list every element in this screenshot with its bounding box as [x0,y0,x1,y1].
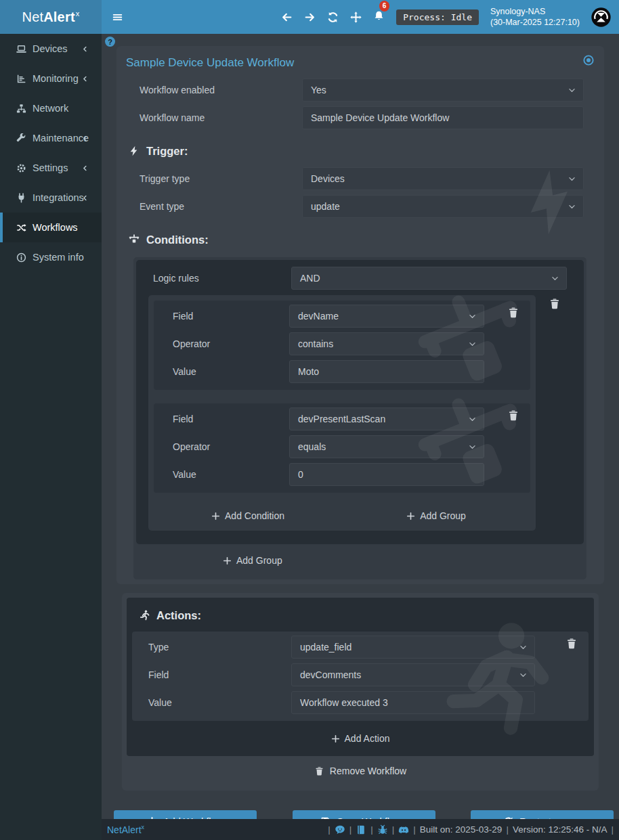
trash-icon [314,766,324,776]
condition-operator-row: Operator equals [161,435,525,458]
notification-count-badge: 6 [379,1,390,12]
sidebar-item-workflows[interactable]: Workflows [0,213,102,242]
gear-icon [16,163,26,173]
outer-add-group-button[interactable]: Add Group [223,555,282,566]
move-arrows-icon[interactable] [350,12,362,23]
action-field-select[interactable]: devComments [291,663,535,686]
chevron-down-icon [468,312,477,321]
event-type-select[interactable]: update [302,195,584,218]
sidebar-item-devices[interactable]: Devices [0,34,102,64]
value-label: Value [148,697,291,708]
discord-icon[interactable] [398,824,409,835]
delete-action-icon[interactable] [565,638,578,650]
process-status-badge: Process: Idle [396,9,479,25]
workflow-name-label: Workflow name [140,112,302,123]
plug-icon [16,193,26,203]
wrench-icon [16,133,26,143]
remove-workflow-button[interactable]: Remove Workflow [127,756,594,786]
event-type-row: Event type update [126,195,595,218]
host-info: Synology-NAS (30-Mar-2025 12:27:10) [490,6,580,28]
restart-server-button[interactable]: Restart server [471,810,614,819]
footer-brand-link[interactable]: NetAlertx [107,824,144,835]
select-value: devName [298,311,339,322]
event-type-label: Event type [140,201,302,212]
field-label: Field [148,669,291,680]
separator: | [506,824,509,835]
notifications-bell[interactable]: 6 [373,10,385,24]
delete-condition-icon[interactable] [507,410,519,422]
plus-icon [406,512,415,521]
delete-group-icon[interactable] [549,298,561,310]
action-value-row: Value [148,691,579,714]
condition-value-input[interactable] [289,463,484,486]
book-icon[interactable] [356,824,366,835]
refresh-icon[interactable] [327,12,339,23]
sidebar-item-settings[interactable]: Settings [0,153,102,183]
add-condition-button[interactable]: Add Condition [211,506,284,525]
bug-icon[interactable] [377,824,388,835]
sidebar-item-network[interactable]: Network [0,93,102,123]
sidebar-item-integrations[interactable]: Integrations [0,183,102,213]
action-type-select[interactable]: update_field [291,636,535,659]
person-running-icon [139,610,150,621]
action-value-input[interactable] [291,691,535,714]
save-workflows-button[interactable]: Save Workflows [293,810,435,819]
chevron-down-icon [519,671,528,680]
sidebar: Devices Monitoring Network Maintenance S… [0,34,102,840]
value-label: Value [173,366,289,377]
sidebar-item-label: Network [33,103,68,114]
logic-rules-select[interactable]: AND [291,267,567,290]
value-label: Value [173,469,289,480]
add-condition-label: Add Condition [225,510,284,521]
field-label: Field [173,311,289,322]
add-action-label: Add Action [345,733,390,744]
help-icon[interactable]: ? [105,37,115,47]
condition-field-select[interactable]: devName [289,305,484,328]
workflow-enabled-select[interactable]: Yes [302,79,584,102]
user-avatar[interactable] [591,7,611,27]
dot-circle-icon[interactable] [582,54,595,66]
select-value: Yes [311,85,326,95]
actions-heading: Actions: [139,607,589,623]
sign-hanging-icon [129,234,140,245]
footer: NetAlertx | | | | | Built on: 2025-03-29… [102,819,619,840]
condition-group: Logic rules AND [136,260,584,544]
condition-value-input[interactable] [289,360,484,383]
condition-field-select[interactable]: devPresentLastScan [289,407,484,430]
sidebar-item-maintenance[interactable]: Maintenance [0,123,102,153]
add-workflow-button[interactable]: Add Workflow [114,810,257,819]
footer-built-on: Built on: 2025-03-29 [420,824,503,835]
workflow-name-input[interactable] [302,106,584,129]
plus-icon [223,556,232,565]
condition-value-row: Value [161,360,525,383]
condition-operator-select[interactable]: equals [289,435,484,458]
separator: | [611,824,614,835]
sitemap-icon [16,104,26,114]
footer-right: | | | | | Built on: 2025-03-29 | Version… [328,824,614,835]
add-action-button[interactable]: Add Action [331,733,390,744]
actions-heading-text: Actions: [156,609,201,622]
add-group-button[interactable]: Add Group [406,506,466,525]
nav-back-icon[interactable] [281,12,293,23]
sidebar-toggle-button[interactable] [112,12,123,23]
trigger-type-select[interactable]: Devices [302,167,584,190]
separator: | [370,824,373,835]
comment-icon[interactable] [335,824,345,835]
sidebar-item-label: Workflows [33,222,78,233]
condition-operator-select[interactable]: contains [289,332,484,355]
chevron-down-icon [468,443,477,451]
select-value: contains [298,338,333,349]
outer-add-group-row: Add Group [136,544,584,577]
sidebar-item-label: Integrations [33,192,84,203]
sidebar-item-system-info[interactable]: System info [0,242,102,272]
chart-icon [16,74,26,84]
trigger-block: Trigger type Devices Event type update [126,167,595,218]
nav-forward-icon[interactable] [304,12,316,23]
brand-logo[interactable]: NetAlertx [0,0,102,34]
delete-condition-icon[interactable] [507,307,519,319]
outer-add-group-label: Add Group [236,555,282,566]
chevron-left-icon [81,75,89,83]
chevron-down-icon [468,340,477,349]
bell-icon [373,10,385,22]
sidebar-item-monitoring[interactable]: Monitoring [0,64,102,93]
